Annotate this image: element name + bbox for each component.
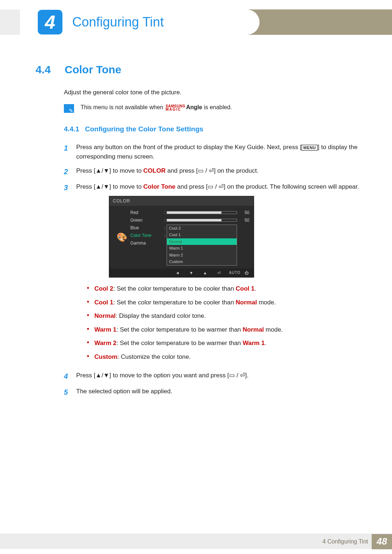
option-desc: Normal: Display the standard color tone.: [87, 311, 361, 321]
subsection-title: Configuring the Color Tone Settings: [85, 125, 203, 133]
text: and press [: [166, 167, 198, 174]
menu-key-icon: MENU: [302, 145, 318, 151]
section-number: 4.4: [36, 63, 65, 76]
osd-label-red: Red: [130, 209, 163, 216]
step-4: 4 Press [▲/▼] to move to the option you …: [64, 371, 361, 382]
text: : Set the color temperature to be warmer…: [117, 340, 243, 346]
note-prefix: This menu is not available when: [81, 104, 165, 110]
osd-option: Cool 2: [167, 225, 237, 232]
colon: :: [163, 209, 167, 216]
osd-value-green: 50: [237, 217, 249, 223]
text: ] on the product.: [214, 167, 258, 174]
step-number: 2: [64, 166, 76, 177]
step-number: 1: [64, 143, 76, 161]
step-5: 5 The selected option will be applied.: [64, 387, 361, 398]
text: Press any button on the front of the pro…: [76, 144, 302, 151]
step-body: The selected option will be applied.: [76, 387, 361, 398]
keyword-color: COLOR: [143, 167, 166, 174]
palette-icon: 🎨: [117, 231, 127, 244]
text: and press [: [175, 183, 208, 190]
chapter-number-badge: 4: [38, 10, 62, 34]
step-number: 3: [64, 182, 76, 366]
opt-name: Normal: [94, 312, 116, 319]
text: : Display the standard color tone.: [116, 312, 206, 319]
osd-dropdown: Cool 2 Cool 1 Normal Warm 1 Warm 2 Custo…: [167, 225, 237, 266]
keyword-color-tone: Color Tone: [143, 183, 175, 190]
page-footer: 4 Configuring Tint 48: [0, 534, 392, 549]
opt-ref: Normal: [243, 326, 264, 333]
up-down-arrows-icon: ▲/▼: [95, 183, 109, 190]
text: ] on the product. The following screen w…: [224, 183, 359, 190]
osd-label-blue: Blue: [130, 225, 163, 231]
steps-list: 1 Press any button on the front of the p…: [64, 143, 361, 398]
step-body: Press [▲/▼] to move to the option you wa…: [76, 371, 361, 382]
subsection-heading: 4.4.1Configuring the Color Tone Settings: [64, 125, 361, 133]
opt-name: Warm 1: [94, 326, 117, 333]
text: Press [: [76, 167, 95, 174]
opt-ref: Cool 1: [236, 285, 254, 292]
osd-slider-green: [167, 219, 237, 222]
text: .: [265, 340, 266, 346]
osd-icon-column: 🎨: [114, 209, 130, 266]
section-heading: 4.4 Color Tone: [36, 63, 361, 76]
text: ] to move to: [109, 167, 143, 174]
step-number: 4: [64, 371, 76, 382]
step-body: Press [▲/▼] to move to COLOR and press […: [76, 166, 361, 177]
osd-power-icon: ⏻: [243, 270, 250, 276]
osd-option: Cool 1: [167, 231, 237, 238]
text: : Set the color temperature to be cooler…: [113, 299, 236, 306]
enter-icon: ▭ / ⏎: [208, 183, 224, 190]
osd-down-icon: ▼: [188, 270, 195, 276]
option-desc: Cool 1: Set the color temperature to be …: [87, 298, 361, 307]
text: : Set the color temperature to be cooler…: [113, 285, 236, 292]
option-desc: Cool 2: Set the color temperature to be …: [87, 284, 361, 294]
footer-chapter-label: 4 Configuring Tint: [323, 538, 368, 545]
osd-up-icon: ▲: [201, 270, 209, 276]
magic-text: MAGIC: [166, 108, 185, 111]
opt-ref: Warm 1: [243, 340, 265, 346]
osd-value-red: 50: [237, 209, 249, 216]
osd-enter-icon: ⏎: [215, 270, 222, 276]
note-text: This menu is not available when SAMSUNGM…: [81, 104, 232, 111]
osd-left-icon: ◄: [174, 270, 181, 276]
step-3: 3 Press [▲/▼] to move to Color Tone and …: [64, 182, 361, 366]
header-title-wrap: 4 Configuring Tint: [20, 9, 260, 35]
step-1: 1 Press any button on the front of the p…: [64, 143, 361, 161]
opt-ref: Normal: [236, 299, 257, 306]
option-desc: Warm 2: Set the color temperature to be …: [87, 338, 361, 348]
chapter-title: Configuring Tint: [72, 15, 164, 30]
section-intro: Adjust the general color tone of the pic…: [64, 89, 361, 96]
osd-body: 🎨 Red:50 Green:50 Blue: Cool 2 Cool 1 No…: [109, 206, 254, 268]
osd-label-gamma: Gamma: [130, 240, 163, 246]
text: .: [254, 285, 256, 292]
text: mode.: [257, 299, 276, 306]
osd-option-selected: Normal: [167, 238, 237, 245]
text: ] to move to: [109, 183, 143, 190]
text: ].: [245, 372, 248, 379]
text: Press [: [76, 183, 95, 190]
osd-auto-label: AUTO: [229, 270, 236, 275]
opt-name: Custom: [94, 353, 117, 360]
note-row: This menu is not available when SAMSUNGM…: [64, 104, 361, 113]
note-icon: [64, 104, 74, 113]
opt-name: Cool 1: [94, 299, 113, 306]
text: mode.: [264, 326, 283, 333]
subsection-number: 4.4.1: [64, 125, 79, 133]
up-down-arrows-icon: ▲/▼: [95, 167, 109, 174]
section-title: Color Tone: [65, 63, 121, 76]
step-body: Press any button on the front of the pro…: [76, 143, 361, 161]
note-suffix: is enabled.: [202, 104, 232, 110]
osd-panel: COLOR 🎨 Red:50 Green:50 Blue: Cool 2 Coo…: [109, 196, 254, 278]
text: Press [: [76, 372, 95, 379]
enter-icon: ▭ / ⏎: [198, 167, 214, 174]
osd-footer: ◄ ▼ ▲ ⏎ AUTO ⏻: [109, 268, 254, 278]
opt-name: Warm 2: [94, 340, 117, 346]
osd-option: Warm 2: [167, 252, 237, 259]
text: : Customize the color tone.: [117, 353, 191, 360]
colon: :: [163, 232, 167, 239]
colon: :: [163, 225, 167, 231]
osd-option: Warm 1: [167, 245, 237, 252]
text: : Set the color temperature to be warmer…: [117, 326, 243, 333]
osd-screenshot: COLOR 🎨 Red:50 Green:50 Blue: Cool 2 Coo…: [109, 196, 361, 278]
samsung-magic-logo: SAMSUNGMAGIC: [166, 104, 185, 111]
